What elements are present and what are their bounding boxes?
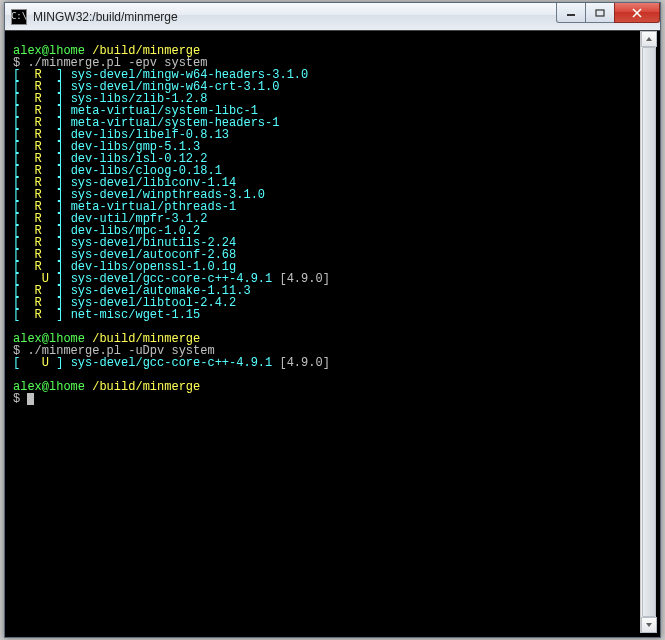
maximize-icon [595, 9, 605, 17]
package-line: [ R ] net-misc/wget-1.15 [13, 309, 636, 321]
app-icon-glyph: C:\ [11, 12, 27, 21]
minimize-icon [566, 9, 576, 17]
chevron-up-icon [645, 36, 653, 42]
client-area: alex@lhome /build/minmerge$ ./minmerge.p… [9, 31, 656, 633]
window-title: MINGW32:/build/minmerge [33, 10, 178, 24]
close-icon [631, 8, 643, 18]
close-button[interactable] [614, 3, 660, 23]
command-line: $ [13, 393, 636, 405]
svg-rect-1 [596, 10, 604, 16]
scroll-down-button[interactable] [641, 617, 657, 633]
window-controls [557, 3, 660, 23]
scroll-up-button[interactable] [641, 31, 657, 47]
app-icon: C:\ [11, 9, 27, 25]
cursor [27, 393, 34, 405]
chevron-down-icon [645, 622, 653, 628]
titlebar[interactable]: C:\ MINGW32:/build/minmerge [5, 3, 660, 31]
terminal-window: C:\ MINGW32:/build/minmerge alex@lhome /… [4, 2, 661, 638]
minimize-button[interactable] [556, 3, 586, 23]
maximize-button[interactable] [585, 3, 615, 23]
svg-marker-4 [646, 37, 652, 41]
prompt-line: alex@lhome /build/minmerge [13, 381, 636, 393]
svg-rect-0 [567, 14, 575, 16]
scrollbar[interactable] [640, 31, 656, 633]
svg-marker-5 [646, 623, 652, 627]
terminal-output[interactable]: alex@lhome /build/minmerge$ ./minmerge.p… [9, 31, 640, 633]
scroll-thumb[interactable] [642, 47, 656, 617]
package-line: [ U ] sys-devel/gcc-core-c++-4.9.1 [4.9.… [13, 357, 636, 369]
